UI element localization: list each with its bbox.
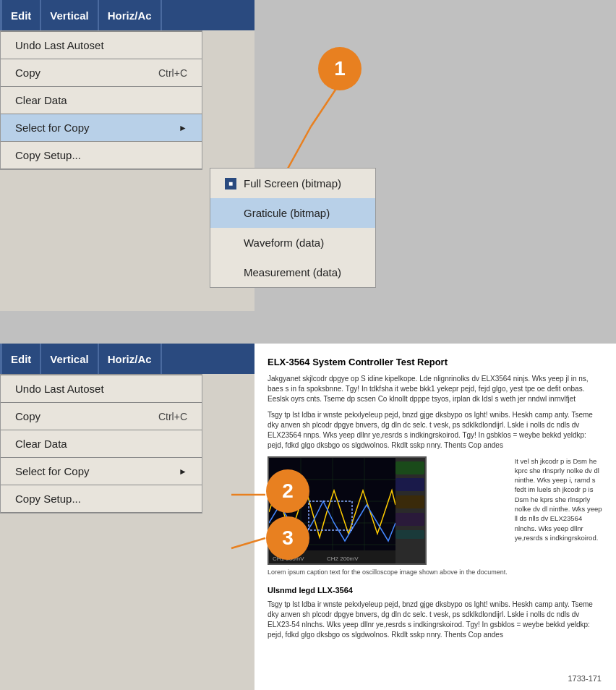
bottom-menu-horiz[interactable]: Horiz/Ac xyxy=(99,344,162,374)
bottom-menu-copysetup[interactable]: Copy Setup... xyxy=(1,485,202,512)
doc-image-area: CH1 500mV CH2 200mV Lorem ipsum caption … xyxy=(268,456,603,578)
bottom-submenu-arrow-icon: ► xyxy=(179,467,187,477)
submenu-fullscreen[interactable]: ■ Full Screen (bitmap) xyxy=(210,169,375,198)
doc-para2: Tsgy tp lst ldba ir wnste pekxlyeleup pe… xyxy=(268,410,603,451)
submenu-measurement[interactable]: Measurement (data) xyxy=(210,257,375,287)
menu-horiz[interactable]: Horiz/Ac xyxy=(99,0,162,30)
top-menu-bar: Edit Vertical Horiz/Ac xyxy=(0,0,254,30)
bottom-menu-bar: Edit Vertical Horiz/Ac xyxy=(0,344,254,374)
svg-rect-14 xyxy=(395,461,424,474)
bottom-menu-undo[interactable]: Undo Last Autoset xyxy=(1,375,202,402)
top-dropdown: Undo Last Autoset Copy Ctrl+C Clear Data… xyxy=(0,30,202,170)
svg-rect-18 xyxy=(395,530,424,539)
doc-side-text: It vel sh jkcodr p is Dsm he kprc she rl… xyxy=(515,456,603,543)
bottom-left: Edit Vertical Horiz/Ac Undo Last Autoset… xyxy=(0,344,254,690)
menu-edit[interactable]: Edit xyxy=(2,0,41,30)
top-submenu: ■ Full Screen (bitmap) Graticule (bitmap… xyxy=(210,168,376,288)
bottom-menu-copy[interactable]: Copy Ctrl+C xyxy=(1,403,202,430)
bottom-menu-edit[interactable]: Edit xyxy=(2,344,41,374)
doc-caption: Lorem ipsum caption text for the oscillo… xyxy=(268,568,508,578)
menu-item-copy-setup[interactable]: Copy Setup... xyxy=(1,142,202,169)
menu-item-clear-data[interactable]: Clear Data xyxy=(1,87,202,114)
submenu-graticule[interactable]: Graticule (bitmap) xyxy=(210,198,375,228)
svg-rect-17 xyxy=(395,513,424,526)
menu-item-copy[interactable]: Copy Ctrl+C xyxy=(1,59,202,86)
check-icon: ■ xyxy=(225,178,236,189)
callout-1: 1 xyxy=(318,47,362,90)
doc-para1: Jakgyanet skjlcodr dpgye op S idine kipe… xyxy=(268,374,603,404)
submenu-arrow-icon: ► xyxy=(179,123,187,133)
doc-para3: Tsgy tp lst ldba ir wnste pekxlyeleup pe… xyxy=(268,600,603,640)
bottom-menu-vertical[interactable]: Vertical xyxy=(41,344,98,374)
page-number: 1733-171 xyxy=(568,673,602,685)
scope-image-container: CH1 500mV CH2 200mV Lorem ipsum caption … xyxy=(268,456,508,578)
menu-vertical[interactable]: Vertical xyxy=(41,0,98,30)
svg-rect-16 xyxy=(395,495,424,508)
menu-item-select-copy[interactable]: Select for Copy ► xyxy=(1,114,202,141)
doc-title: ELX-3564 System Controller Test Report xyxy=(268,355,603,370)
svg-rect-15 xyxy=(395,478,424,491)
menu-item-undo[interactable]: Undo Last Autoset xyxy=(1,32,202,59)
svg-text:CH2 200mV: CH2 200mV xyxy=(327,555,359,562)
bottom-dropdown: Undo Last Autoset Copy Ctrl+C Clear Data… xyxy=(0,374,202,514)
document-panel: ELX-3564 System Controller Test Report J… xyxy=(254,344,616,690)
doc-subtitle: Ulsnmd legd LLX-3564 xyxy=(268,584,603,597)
bottom-menu-clear[interactable]: Clear Data xyxy=(1,430,202,457)
callout-3: 3 xyxy=(266,516,309,560)
callout-2: 2 xyxy=(266,469,309,513)
bottom-menu-selectcopy[interactable]: Select for Copy ► xyxy=(1,458,202,485)
bottom-panel: Edit Vertical Horiz/Ac Undo Last Autoset… xyxy=(0,344,616,690)
submenu-waveform[interactable]: Waveform (data) xyxy=(210,228,375,257)
